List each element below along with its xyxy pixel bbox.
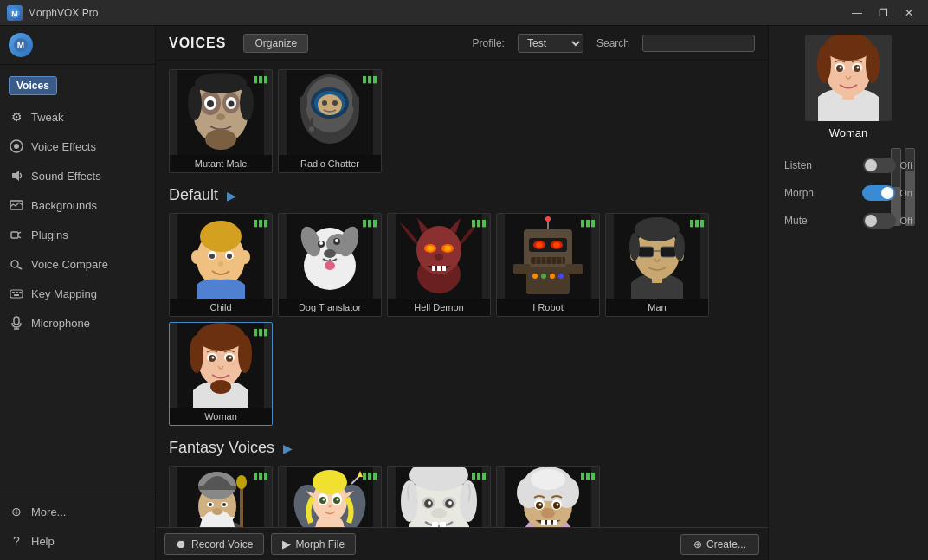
sidebar-label-plugins: Plugins [31,229,68,241]
voices-button[interactable]: Voices [9,76,57,95]
sidebar-item-key-mapping[interactable]: Key Mapping [0,279,155,308]
main-layout: M Voices ⚙ Tweak Voice Effects [0,26,928,560]
sidebar-label-key-mapping: Key Mapping [31,287,97,300]
svg-rect-79 [432,266,435,271]
profile-select[interactable]: Test Default Custom [518,34,583,53]
organize-button[interactable]: Organize [243,34,308,53]
svg-text:M: M [17,41,24,50]
help-icon: ? [9,533,24,549]
svg-rect-134 [240,484,243,527]
signal-icon-female-pixie: ▮▮▮ [362,470,377,481]
voice-card-hell-demon[interactable]: ▮▮▮ Hell Demon [387,213,491,317]
svg-point-173 [448,501,452,505]
svg-point-33 [205,129,236,150]
svg-point-132 [210,380,231,394]
search-input[interactable] [642,35,755,52]
right-panel: Woman Listen Off M [768,26,928,560]
tweak-icon: ⚙ [9,109,24,125]
voice-card-mutant-male[interactable]: ▮▮▮ Mutant Male [169,69,273,173]
signal-icon-i-robot: ▮▮▮ [580,217,596,229]
voice-card-nasty-gnome[interactable]: ▮▮▮ Nasty Gnome [496,466,600,527]
create-button[interactable]: ⊕ Create... [680,534,759,555]
sidebar-item-more[interactable]: ⊕ More... [0,497,155,526]
voice-card-female-pixie[interactable]: ▮▮▮ Female Pixie [278,466,382,527]
svg-rect-100 [565,264,583,274]
sidebar-item-voice-compare[interactable]: Voice Compare [0,249,155,279]
svg-point-78 [435,254,443,261]
section-arrow-default[interactable]: ▶ [227,189,236,203]
voice-card-giant[interactable]: ▮▮▮ Giant [387,466,491,527]
signal-icon-radio-chatter: ▮▮▮ [362,74,377,85]
top-voice-grid: ▮▮▮ Mutant Male [169,69,755,173]
signal-icon-hell-demon: ▮▮▮ [471,217,487,229]
svg-rect-111 [661,247,676,257]
svg-point-104 [558,274,564,279]
voice-card-dwarf[interactable]: ▮▮▮ Dwarf [169,466,273,527]
voice-card-man[interactable]: ▮▮▮ Man [605,213,709,317]
svg-point-90 [536,242,543,248]
listen-toggle[interactable] [863,158,896,173]
minimize-button[interactable]: — [845,3,869,23]
section-arrow-fantasy[interactable]: ▶ [283,441,293,455]
svg-point-174 [431,508,447,518]
voice-card-radio-chatter[interactable]: ▮▮▮ Radio Chatter [278,69,382,173]
voice-card-i-robot[interactable]: ▮▮▮ I Robot [496,213,600,317]
svg-point-206 [817,45,831,83]
signal-icon-child: ▮▮▮ [253,217,268,229]
svg-point-141 [209,503,212,506]
sidebar-item-microphone[interactable]: Microphone [0,308,155,338]
svg-rect-16 [19,292,22,293]
microphone-icon [9,315,24,331]
morph-toggle-area: On [862,185,912,201]
voice-card-woman[interactable]: ▮▮▮ Woman [169,322,273,426]
signal-icon-mutant-male: ▮▮▮ [253,74,268,85]
voice-label-child: Child [170,299,272,316]
voice-card-child[interactable]: ▮▮▮ Child [169,213,273,317]
sidebar-label-more: More... [31,505,66,518]
signal-icon-dwarf: ▮▮▮ [253,470,268,481]
svg-point-127 [212,357,215,359]
morph-toggle[interactable] [862,185,895,201]
sidebar-item-plugins[interactable]: Plugins [0,220,155,249]
svg-point-203 [840,67,842,69]
sidebar-item-voice-effects[interactable]: Voice Effects [0,132,155,161]
record-voice-button[interactable]: ⏺ Record Voice [164,533,264,555]
svg-point-48 [200,221,242,252]
sidebar-item-tweak[interactable]: ⚙ Tweak [0,102,155,132]
logo-icon: M [9,33,33,57]
svg-point-135 [236,475,247,489]
voice-card-dog-translator[interactable]: ▮▮▮ Dog Translator [278,213,382,317]
svg-rect-193 [553,520,557,525]
plugins-icon [9,227,24,242]
close-button[interactable]: ✕ [897,3,921,23]
morph-label: Morph [784,187,823,199]
svg-point-129 [197,323,245,351]
sidebar-item-help[interactable]: ? Help [0,526,155,556]
sidebar: M Voices ⚙ Tweak Voice Effects [0,26,156,560]
more-icon: ⊕ [9,504,24,519]
sidebar-item-backgrounds[interactable]: Backgrounds [0,190,155,220]
svg-rect-80 [437,266,441,271]
backgrounds-icon [9,197,24,213]
svg-rect-18 [14,317,19,325]
voices-title: VOICES [169,35,226,51]
svg-point-27 [207,100,214,107]
voice-label-man: Man [606,299,708,316]
voice-label-mutant-male: Mutant Male [170,155,272,172]
svg-point-207 [866,45,880,83]
listen-toggle-area: Off [863,158,912,173]
svg-point-86 [545,216,551,222]
mute-toggle[interactable] [863,213,896,229]
sidebar-logo: M [0,26,155,65]
morph-file-button[interactable]: ▶ Morph File [271,533,356,555]
svg-point-41 [332,100,338,106]
signal-icon-woman: ▮▮▮ [253,326,268,338]
preview-image [805,35,892,121]
svg-point-128 [229,357,232,359]
sidebar-item-sound-effects[interactable]: Sound Effects [0,161,155,190]
svg-point-143 [212,508,222,515]
svg-rect-81 [442,266,446,271]
restore-button[interactable]: ❐ [871,3,895,23]
sidebar-item-voices[interactable]: Voices [0,69,155,102]
signal-icon-nasty-gnome: ▮▮▮ [580,470,596,481]
